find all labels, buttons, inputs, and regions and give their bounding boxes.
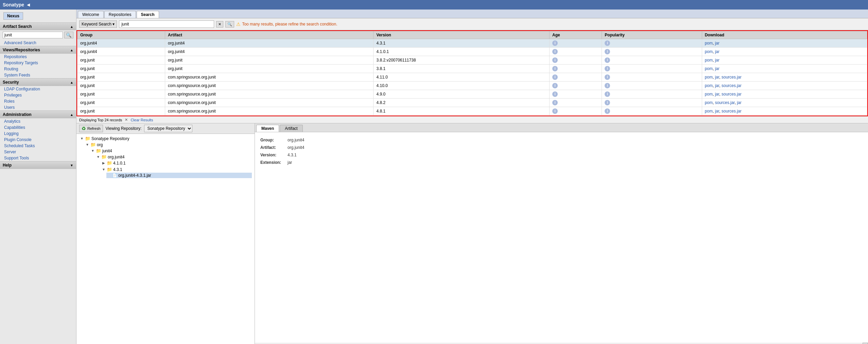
info-icon[interactable]: i: [605, 100, 610, 105]
col-version[interactable]: Version: [374, 31, 550, 39]
info-icon[interactable]: i: [605, 108, 610, 114]
download-link[interactable]: sources.jar: [722, 92, 742, 97]
keyword-search-dropdown[interactable]: Keyword Search ▾: [79, 20, 117, 28]
sidebar-item-repositories[interactable]: Repositories: [0, 54, 76, 60]
table-row[interactable]: org.junitorg.junit3.8.2.v200706111738iip…: [77, 56, 867, 65]
table-row[interactable]: org.junitcom.springsource.org.junit4.8.1…: [77, 107, 867, 116]
repository-select[interactable]: Sonatype Repository: [144, 125, 192, 132]
administration-collapse[interactable]: ▲: [70, 113, 73, 117]
sidebar-search-input[interactable]: [3, 32, 63, 38]
sidebar-item-capabilities[interactable]: Capabilities: [0, 124, 76, 131]
table-row[interactable]: org.junit4org.junit44.1.0.1iipom, jar: [77, 48, 867, 56]
nexus-button[interactable]: Nexus: [3, 12, 23, 20]
info-icon[interactable]: i: [605, 66, 610, 71]
download-link[interactable]: pom: [705, 49, 713, 54]
col-group[interactable]: Group: [77, 31, 165, 39]
table-row[interactable]: org.junitcom.springsource.org.junit4.8.2…: [77, 99, 867, 107]
sidebar-item-scheduled-tasks[interactable]: Scheduled Tasks: [0, 143, 76, 149]
info-icon[interactable]: i: [552, 108, 558, 114]
download-link[interactable]: pom: [705, 58, 713, 63]
collapse-detail-btn[interactable]: »: [863, 343, 868, 344]
tree-node-sonatype-repo[interactable]: ▼ 📁 Sonatype Repository: [79, 136, 252, 141]
tree-row-org-junit4[interactable]: ▼ 📁 org.junit4: [96, 154, 252, 160]
info-icon[interactable]: i: [552, 57, 558, 63]
download-link[interactable]: sources.jar: [715, 100, 735, 105]
sidebar-item-analytics[interactable]: Analytics: [0, 118, 76, 124]
sidebar-item-privileges[interactable]: Privileges: [0, 92, 76, 98]
info-icon[interactable]: i: [552, 40, 558, 46]
sidebar-item-roles[interactable]: Roles: [0, 98, 76, 104]
download-link[interactable]: jar: [715, 75, 719, 80]
tab-search[interactable]: Search: [137, 11, 159, 18]
download-link[interactable]: jar: [715, 109, 719, 114]
help-collapse[interactable]: ▼: [70, 164, 73, 167]
search-go-button[interactable]: 🔍: [225, 21, 234, 28]
download-link[interactable]: jar: [715, 66, 719, 71]
sidebar-item-support-tools[interactable]: Support Tools: [0, 155, 76, 161]
info-icon[interactable]: i: [605, 57, 610, 63]
download-link[interactable]: jar: [715, 58, 719, 63]
tree-row-junit4[interactable]: ▼ 📁 junit4: [90, 148, 252, 154]
tree-row-v431[interactable]: ▼ 📁 4.3.1: [101, 167, 252, 172]
table-row[interactable]: org.junit4org.junit44.3.1iipom, jar: [77, 39, 867, 48]
table-row[interactable]: org.junitorg.junit3.8.1iipom, jar: [77, 65, 867, 73]
download-link[interactable]: pom: [705, 41, 713, 46]
info-icon[interactable]: i: [605, 83, 610, 88]
tab-repositories[interactable]: Repositories: [104, 11, 136, 18]
tab-maven[interactable]: Maven: [256, 125, 279, 132]
info-icon[interactable]: i: [605, 91, 610, 97]
sidebar-item-users[interactable]: Users: [0, 104, 76, 110]
info-icon[interactable]: i: [552, 83, 558, 88]
download-link[interactable]: jar: [715, 83, 719, 88]
table-row[interactable]: org.junitcom.springsource.org.junit4.9.0…: [77, 90, 867, 99]
tab-artifact[interactable]: Artifact: [280, 125, 302, 132]
refresh-button[interactable]: ♻ Refresh: [79, 125, 103, 132]
info-icon[interactable]: i: [552, 74, 558, 80]
info-icon[interactable]: i: [552, 91, 558, 97]
search-input[interactable]: [119, 20, 214, 28]
sidebar-item-plugin-console[interactable]: Plugin Console: [0, 137, 76, 143]
download-link[interactable]: jar: [737, 100, 741, 105]
table-row[interactable]: org.junitcom.springsource.org.junit4.10.…: [77, 82, 867, 90]
info-icon[interactable]: i: [552, 49, 558, 54]
search-clear-button[interactable]: ✕: [216, 21, 223, 28]
info-icon[interactable]: i: [552, 100, 558, 105]
download-link[interactable]: jar: [715, 41, 719, 46]
download-link[interactable]: pom: [705, 100, 713, 105]
tree-row-org[interactable]: ▼ 📁 org: [85, 142, 252, 148]
col-artifact[interactable]: Artifact: [165, 31, 374, 39]
col-age[interactable]: Age: [550, 31, 602, 39]
table-row[interactable]: org.junitcom.springsource.org.junit4.11.…: [77, 73, 867, 82]
download-link[interactable]: sources.jar: [722, 109, 742, 114]
artifact-search-collapse[interactable]: ▲: [70, 25, 73, 29]
sidebar-item-ldap[interactable]: LDAP Configuration: [0, 86, 76, 92]
sidebar-item-routing[interactable]: Routing: [0, 66, 76, 72]
download-link[interactable]: jar: [715, 49, 719, 54]
info-icon[interactable]: i: [552, 66, 558, 71]
security-collapse[interactable]: ▲: [70, 81, 73, 84]
download-link[interactable]: jar: [715, 92, 719, 97]
sidebar-item-repository-targets[interactable]: Repository Targets: [0, 60, 76, 66]
download-link[interactable]: pom: [705, 109, 713, 114]
download-link[interactable]: sources.jar: [722, 83, 742, 88]
download-link[interactable]: pom: [705, 75, 713, 80]
clear-x[interactable]: ✕: [125, 118, 128, 122]
clear-results-link[interactable]: Clear Results: [131, 118, 153, 122]
tree-row-jar-file[interactable]: 📄 org.junit4-4.3.1.jar: [106, 173, 252, 178]
tab-welcome[interactable]: Welcome: [78, 11, 104, 18]
download-link[interactable]: pom: [705, 83, 713, 88]
sidebar-search-button[interactable]: 🔍: [64, 32, 73, 38]
tree-row-v4101[interactable]: ▶ 📁 4.1.0.1: [101, 160, 252, 166]
download-link[interactable]: pom: [705, 66, 713, 71]
collapse-sidebar-btn[interactable]: ◀: [27, 2, 30, 7]
download-link[interactable]: sources.jar: [722, 75, 742, 80]
advanced-search-link[interactable]: Advanced Search: [0, 40, 76, 46]
info-icon[interactable]: i: [605, 40, 610, 46]
col-popularity[interactable]: Popularity: [602, 31, 702, 39]
sidebar-item-system-feeds[interactable]: System Feeds: [0, 72, 76, 78]
sidebar-item-server[interactable]: Server: [0, 149, 76, 155]
info-icon[interactable]: i: [605, 49, 610, 54]
col-download[interactable]: Download: [702, 31, 867, 39]
info-icon[interactable]: i: [605, 74, 610, 80]
views-collapse[interactable]: ▲: [70, 48, 73, 52]
